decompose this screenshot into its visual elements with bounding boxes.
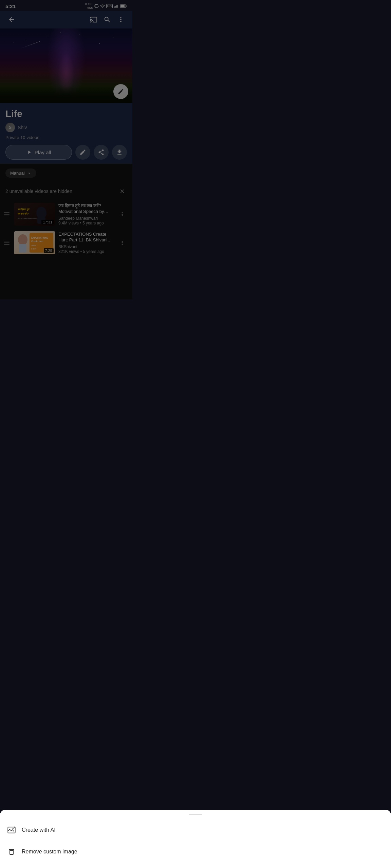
modal-overlay[interactable] (0, 0, 132, 299)
